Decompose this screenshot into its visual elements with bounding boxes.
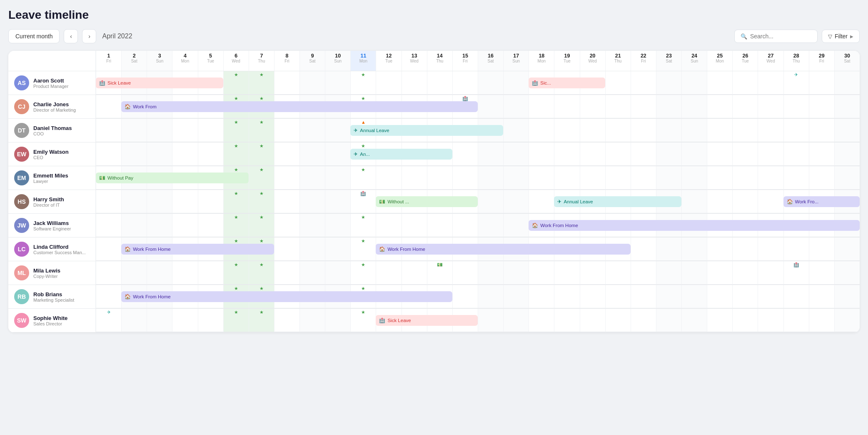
person-row: ASAaron ScottProduct Manager★★★✈🏥Sick Le… xyxy=(8,71,860,95)
person-name: Daniel Thomas xyxy=(33,125,72,131)
cell-icon-day11: ★ xyxy=(361,72,365,78)
day-cell-1 xyxy=(96,71,121,95)
day-cell-2 xyxy=(121,261,147,285)
cell-icon-day7: ★ xyxy=(259,191,264,196)
avatar: LC xyxy=(14,242,29,257)
day-cell-20 xyxy=(580,238,605,261)
day-cell-3 xyxy=(147,238,172,261)
day-cell-18 xyxy=(529,238,554,261)
day-cell-8 xyxy=(274,119,299,142)
person-cell-6: JWJack WilliamsSoftware Engineer xyxy=(8,214,96,237)
header-row: 1Fri2Sat3Sun4Mon5Tue6Wed7Thu8Fri9Sat10Su… xyxy=(8,51,860,71)
day-cell-24 xyxy=(681,285,707,308)
days-area-9: ★★★🏠Work From Home xyxy=(96,285,860,308)
day-cell-2 xyxy=(121,95,147,118)
day-cell-21 xyxy=(605,238,631,261)
person-row: EMEmmett MilesLawyer★★★💵Without Pay xyxy=(8,166,860,190)
person-row: EWEmily WatsonCEO★★★✈An... xyxy=(8,142,860,166)
day-cell-30 xyxy=(834,238,860,261)
cell-icon-day11: ★ xyxy=(361,167,365,172)
day-cell-15 xyxy=(452,238,478,261)
search-input[interactable] xyxy=(750,33,811,40)
day-cell-21 xyxy=(605,95,631,118)
day-cell-11: ★ xyxy=(350,71,376,95)
day-cell-17 xyxy=(503,285,529,308)
day-cell-17 xyxy=(503,71,529,95)
day-cell-10 xyxy=(325,309,350,332)
day-cell-16 xyxy=(478,119,503,142)
day-cell-24 xyxy=(681,214,707,237)
filter-button[interactable]: ▽ Filter ▶ xyxy=(822,30,860,43)
day-cell-1: ✈ xyxy=(96,309,121,332)
day-cell-12 xyxy=(376,214,401,237)
day-cell-13 xyxy=(402,214,427,237)
header-day-30: 30Sat xyxy=(834,51,860,71)
day-cell-22 xyxy=(631,214,656,237)
day-cell-26 xyxy=(732,238,758,261)
day-cell-20 xyxy=(580,214,605,237)
day-cell-6: ★ xyxy=(223,238,249,261)
day-cell-4 xyxy=(172,261,197,285)
header-day-14: 14Thu xyxy=(427,51,452,71)
current-month-button[interactable]: Current month xyxy=(8,29,60,43)
cell-icon-day6: ★ xyxy=(234,215,238,220)
day-cell-3 xyxy=(147,95,172,118)
day-cell-22 xyxy=(631,142,656,166)
day-cell-19 xyxy=(554,309,579,332)
person-name: Emily Watson xyxy=(33,149,69,155)
day-cell-21 xyxy=(605,142,631,166)
day-cell-4 xyxy=(172,238,197,261)
day-cell-21 xyxy=(605,190,631,213)
day-cell-26 xyxy=(732,166,758,190)
day-cell-12 xyxy=(376,238,401,261)
day-cell-30 xyxy=(834,166,860,190)
day-cell-23 xyxy=(656,166,681,190)
day-cell-8 xyxy=(274,238,299,261)
next-month-button[interactable]: › xyxy=(82,29,96,43)
prev-month-button[interactable]: ‹ xyxy=(64,29,78,43)
day-cell-5 xyxy=(198,166,223,190)
cell-icon-day14: 💵 xyxy=(437,262,443,268)
days-area-5: ★★▲🏥💵Without ...✈Annual Leave🏠Work Fro..… xyxy=(96,190,860,213)
cell-icon-day7: ★ xyxy=(259,238,264,244)
day-cell-15 xyxy=(452,166,478,190)
day-cell-14 xyxy=(427,309,452,332)
day-cell-7: ★ xyxy=(249,166,274,190)
avatar: ML xyxy=(14,265,29,280)
cell-icon-day11: ★ xyxy=(361,310,365,315)
day-cell-24 xyxy=(681,142,707,166)
day-cell-23 xyxy=(656,309,681,332)
day-cell-4 xyxy=(172,119,197,142)
day-cell-26 xyxy=(732,309,758,332)
header-person-col xyxy=(8,51,96,71)
cell-icon-day11: ★ xyxy=(361,96,365,101)
day-cell-8 xyxy=(274,309,299,332)
day-cell-15 xyxy=(452,119,478,142)
day-cell-12 xyxy=(376,309,401,332)
day-cell-7: ★ xyxy=(249,71,274,95)
day-cell-25 xyxy=(707,166,732,190)
day-cell-14 xyxy=(427,190,452,213)
day-cell-26 xyxy=(732,119,758,142)
cell-icon-day11: 🏥 xyxy=(360,191,366,196)
day-cell-17 xyxy=(503,95,529,118)
person-cell-0: ASAaron ScottProduct Manager xyxy=(8,71,96,95)
person-row: JWJack WilliamsSoftware Engineer★★★🏠Work… xyxy=(8,214,860,238)
day-cell-8 xyxy=(274,71,299,95)
cell-icon-day11: ▲ xyxy=(361,120,366,125)
person-role: Software Engineer xyxy=(33,226,71,231)
day-cell-10 xyxy=(325,285,350,308)
cell-icon-day6: ★ xyxy=(234,167,238,172)
cell-icon-day11: ★ xyxy=(361,238,365,244)
day-cell-13 xyxy=(402,95,427,118)
day-cell-1 xyxy=(96,166,121,190)
cell-icon-day7: ★ xyxy=(259,262,264,268)
day-cell-9 xyxy=(299,261,325,285)
day-cell-23 xyxy=(656,261,681,285)
avatar: RB xyxy=(14,289,29,304)
search-box[interactable]: 🔍 xyxy=(734,30,818,43)
day-cell-16 xyxy=(478,238,503,261)
day-cell-8 xyxy=(274,214,299,237)
day-cell-7: ★ xyxy=(249,309,274,332)
cell-icon-day7: ★ xyxy=(259,96,264,101)
